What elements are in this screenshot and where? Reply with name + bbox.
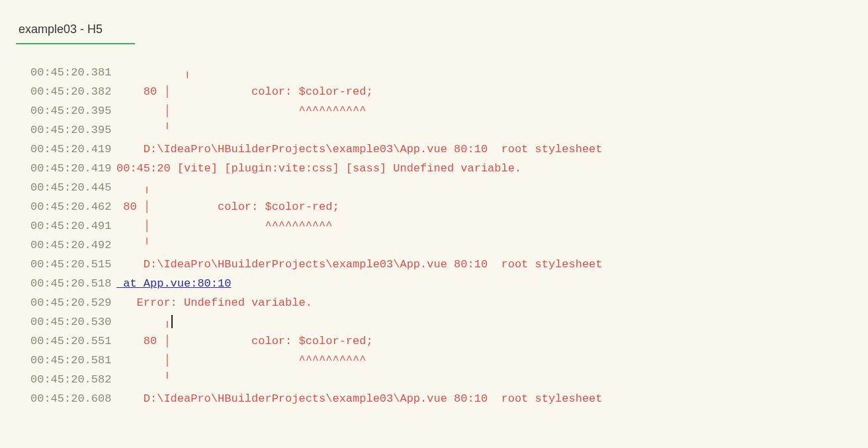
log-message: 80 │ color: $color-red; — [116, 197, 339, 216]
console-line: 00:45:20.530 ╷ — [30, 312, 868, 332]
log-timestamp: 00:45:20.462 — [30, 197, 116, 216]
log-timestamp: 00:45:20.395 — [30, 120, 116, 140]
console-line: 00:45:20.395 ╵ — [30, 120, 868, 140]
log-message: │ ^^^^^^^^^^ — [116, 101, 366, 120]
log-message: ╵ — [116, 120, 171, 140]
log-timestamp: 00:45:20.582 — [30, 370, 116, 389]
log-timestamp: 00:45:20.491 — [30, 216, 116, 236]
console-line: 00:45:20.492 ╵ — [30, 236, 868, 255]
log-message: ╷ — [116, 63, 191, 82]
log-timestamp: 00:45:20.529 — [30, 293, 116, 312]
log-message: D:\IdeaPro\HBuilderProjects\example03\Ap… — [116, 140, 603, 159]
tab-label: example03 - H5 — [19, 22, 103, 36]
console-line: 00:45:20.581 │ ^^^^^^^^^^ — [30, 351, 868, 370]
log-message: │ ^^^^^^^^^^ — [116, 216, 332, 236]
log-message: D:\IdeaPro\HBuilderProjects\example03\Ap… — [116, 389, 603, 408]
log-timestamp: 00:45:20.530 — [30, 312, 116, 332]
console-output[interactable]: 00:45:20.381 ╷00:45:20.382 80 │ color: $… — [0, 44, 868, 408]
console-line: 00:45:20.491 │ ^^^^^^^^^^ — [30, 216, 868, 236]
console-line: 00:45:20.515 D:\IdeaPro\HBuilderProjects… — [30, 255, 868, 274]
tab-example03-h5[interactable]: example03 - H5 — [16, 19, 135, 44]
log-message: Error: Undefined variable. — [116, 293, 312, 312]
text-cursor — [171, 315, 173, 328]
tab-bar: example03 - H5 — [0, 0, 868, 44]
console-line: 00:45:20.41900:45:20 [vite] [plugin:vite… — [30, 159, 868, 178]
console-line: 00:45:20.445 ╷ — [30, 178, 868, 197]
log-message: ╷ — [116, 178, 150, 197]
log-timestamp: 00:45:20.381 — [30, 63, 116, 82]
console-line: 00:45:20.582 ╵ — [30, 370, 868, 389]
log-message: 80 │ color: $color-red; — [116, 82, 373, 101]
log-timestamp: 00:45:20.419 — [30, 140, 116, 159]
log-message: ╵ — [116, 236, 150, 255]
log-timestamp: 00:45:20.382 — [30, 82, 116, 101]
console-line: 00:45:20.462 80 │ color: $color-red; — [30, 197, 868, 216]
console-line: 00:45:20.419 D:\IdeaPro\HBuilderProjects… — [30, 140, 868, 159]
console-line: 00:45:20.382 80 │ color: $color-red; — [30, 82, 868, 101]
log-message: │ ^^^^^^^^^^ — [116, 351, 366, 370]
log-timestamp: 00:45:20.518 — [30, 274, 116, 293]
log-timestamp: 00:45:20.395 — [30, 101, 116, 120]
log-timestamp: 00:45:20.445 — [30, 178, 116, 197]
console-line: 00:45:20.381 ╷ — [30, 63, 868, 82]
console-line: 00:45:20.551 80 │ color: $color-red; — [30, 332, 868, 351]
log-message: 00:45:20 [vite] [plugin:vite:css] [sass]… — [116, 159, 521, 178]
log-timestamp: 00:45:20.608 — [30, 389, 116, 408]
console-line: 00:45:20.518 at App.vue:80:10 — [30, 274, 868, 293]
console-line: 00:45:20.395 │ ^^^^^^^^^^ — [30, 101, 868, 120]
log-timestamp: 00:45:20.515 — [30, 255, 116, 274]
log-message: ╷ — [116, 312, 171, 332]
console-line: 00:45:20.608 D:\IdeaPro\HBuilderProjects… — [30, 389, 868, 408]
log-timestamp: 00:45:20.492 — [30, 236, 116, 255]
log-message: D:\IdeaPro\HBuilderProjects\example03\Ap… — [116, 255, 603, 274]
log-message: 80 │ color: $color-red; — [116, 332, 373, 351]
log-timestamp: 00:45:20.419 — [30, 159, 116, 178]
log-source-link[interactable]: at App.vue:80:10 — [116, 274, 231, 293]
log-timestamp: 00:45:20.551 — [30, 332, 116, 351]
console-line: 00:45:20.529 Error: Undefined variable. — [30, 293, 868, 312]
log-message: ╵ — [116, 370, 171, 389]
log-timestamp: 00:45:20.581 — [30, 351, 116, 370]
